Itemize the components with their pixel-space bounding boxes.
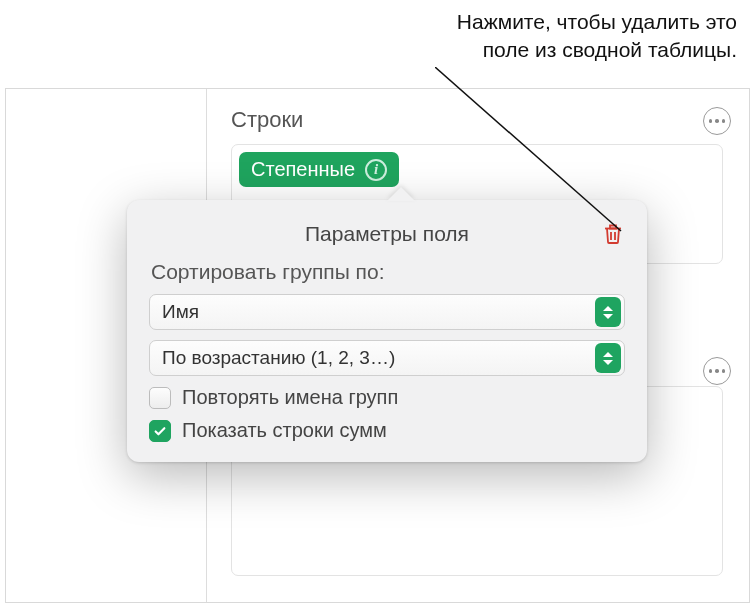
repeat-names-checkbox-row[interactable]: Повторять имена групп (149, 386, 625, 409)
sort-by-select[interactable]: Имя (149, 294, 625, 330)
check-icon (153, 424, 167, 438)
callout-text: Нажмите, чтобы удалить это поле из сводн… (457, 8, 737, 65)
show-totals-label: Показать строки сумм (182, 419, 387, 442)
section-more-button[interactable] (703, 357, 731, 385)
popover-title: Параметры поля (173, 222, 601, 246)
sort-by-value: Имя (162, 301, 199, 323)
select-stepper-icon (595, 343, 621, 373)
sort-order-select[interactable]: По возрастанию (1, 2, 3…) (149, 340, 625, 376)
show-totals-checkbox-row[interactable]: Показать строки сумм (149, 419, 625, 442)
repeat-names-checkbox[interactable] (149, 387, 171, 409)
sort-groups-label: Сортировать группы по: (151, 260, 625, 284)
rows-more-button[interactable] (703, 107, 731, 135)
select-stepper-icon (595, 297, 621, 327)
field-chip[interactable]: Степенные i (239, 152, 399, 187)
info-icon[interactable]: i (365, 159, 387, 181)
popover-header: Параметры поля (149, 222, 625, 246)
section-title: Строки (231, 107, 303, 133)
field-chip-label: Степенные (251, 158, 355, 181)
callout-line-2: поле из сводной таблицы. (457, 36, 737, 64)
repeat-names-label: Повторять имена групп (182, 386, 398, 409)
more-icon (709, 119, 726, 123)
delete-field-button[interactable] (601, 222, 625, 246)
callout-line-1: Нажмите, чтобы удалить это (457, 8, 737, 36)
show-totals-checkbox[interactable] (149, 420, 171, 442)
sort-order-value: По возрастанию (1, 2, 3…) (162, 347, 395, 369)
trash-icon (601, 222, 625, 246)
more-icon (709, 369, 726, 373)
field-options-popover: Параметры поля Сортировать группы по: Им… (127, 200, 647, 462)
